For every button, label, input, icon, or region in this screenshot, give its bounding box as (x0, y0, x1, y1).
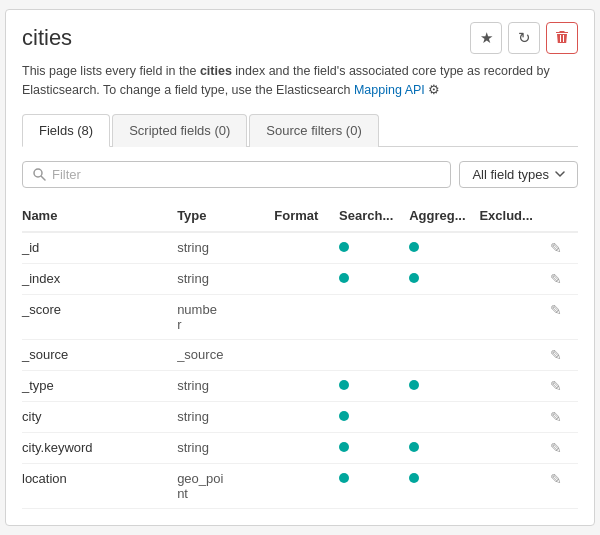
filter-input[interactable] (52, 167, 440, 182)
dropdown-label: All field types (472, 167, 549, 182)
col-header-type: Type (173, 202, 270, 232)
cell-searchable (335, 339, 405, 370)
cell-aggregatable (405, 294, 475, 339)
cell-format (270, 294, 335, 339)
cell-format (270, 339, 335, 370)
cell-searchable (335, 294, 405, 339)
table-row: city.keywordstring✎ (22, 432, 578, 463)
cell-aggregatable (405, 232, 475, 264)
cell-action[interactable]: ✎ (546, 370, 578, 401)
table-header-row: Name Type Format Search... Aggreg... Exc… (22, 202, 578, 232)
cell-aggregatable (405, 463, 475, 508)
aggregatable-dot (409, 442, 419, 452)
searchable-dot (339, 380, 349, 390)
cell-action[interactable]: ✎ (546, 263, 578, 294)
search-icon (33, 168, 46, 181)
cell-type: geo_point (173, 463, 270, 508)
refresh-icon: ↻ (518, 29, 531, 47)
chevron-down-icon (555, 169, 565, 179)
col-header-name: Name (22, 202, 173, 232)
edit-icon[interactable]: ✎ (550, 347, 562, 363)
cell-aggregatable (405, 339, 475, 370)
cell-aggregatable (405, 401, 475, 432)
cell-type: _source (173, 339, 270, 370)
cell-excluded (475, 432, 545, 463)
cell-name: city.keyword (22, 432, 173, 463)
aggregatable-dot (409, 242, 419, 252)
cell-name: _score (22, 294, 173, 339)
tabs-container: Fields (8) Scripted fields (0) Source fi… (22, 114, 578, 147)
edit-icon[interactable]: ✎ (550, 378, 562, 394)
col-header-search: Search... (335, 202, 405, 232)
cell-type: string (173, 401, 270, 432)
description: This page lists every field in the citie… (22, 62, 578, 100)
aggregatable-dot (409, 473, 419, 483)
table-row: locationgeo_point✎ (22, 463, 578, 508)
col-header-format: Format (270, 202, 335, 232)
searchable-dot (339, 242, 349, 252)
table-row: _typestring✎ (22, 370, 578, 401)
cell-aggregatable (405, 370, 475, 401)
searchable-dot (339, 442, 349, 452)
col-header-excl: Exclud... (475, 202, 545, 232)
mapping-api-link[interactable]: Mapping API (354, 83, 425, 97)
cell-excluded (475, 370, 545, 401)
edit-icon[interactable]: ✎ (550, 471, 562, 487)
cell-searchable (335, 232, 405, 264)
table-row: _idstring✎ (22, 232, 578, 264)
delete-button[interactable] (546, 22, 578, 54)
cell-excluded (475, 339, 545, 370)
cell-type: string (173, 263, 270, 294)
cell-format (270, 432, 335, 463)
cell-name: _source (22, 339, 173, 370)
filter-row: All field types (22, 161, 578, 188)
cell-action[interactable]: ✎ (546, 339, 578, 370)
col-header-action (546, 202, 578, 232)
header-actions: ★ ↻ (470, 22, 578, 54)
cell-type: string (173, 370, 270, 401)
cell-format (270, 463, 335, 508)
edit-icon[interactable]: ✎ (550, 302, 562, 318)
cell-excluded (475, 463, 545, 508)
fields-table: Name Type Format Search... Aggreg... Exc… (22, 202, 578, 509)
cell-name: _index (22, 263, 173, 294)
description-text-before: This page lists every field in the (22, 64, 200, 78)
edit-icon[interactable]: ✎ (550, 440, 562, 456)
cell-searchable (335, 401, 405, 432)
cell-action[interactable]: ✎ (546, 294, 578, 339)
cell-searchable (335, 432, 405, 463)
table-header: Name Type Format Search... Aggreg... Exc… (22, 202, 578, 232)
cell-excluded (475, 232, 545, 264)
table-row: _source_source✎ (22, 339, 578, 370)
col-header-agg: Aggreg... (405, 202, 475, 232)
index-name: cities (200, 64, 232, 78)
cell-type: string (173, 432, 270, 463)
cell-action[interactable]: ✎ (546, 401, 578, 432)
cell-action[interactable]: ✎ (546, 463, 578, 508)
field-types-dropdown[interactable]: All field types (459, 161, 578, 188)
star-icon: ★ (480, 29, 493, 47)
cell-action[interactable]: ✎ (546, 432, 578, 463)
cell-action[interactable]: ✎ (546, 232, 578, 264)
table-row: citystring✎ (22, 401, 578, 432)
table-row: _scorenumber✎ (22, 294, 578, 339)
main-container: cities ★ ↻ This page lists every field i… (5, 9, 595, 526)
page-title: cities (22, 25, 72, 51)
tab-fields[interactable]: Fields (8) (22, 114, 110, 147)
edit-icon[interactable]: ✎ (550, 240, 562, 256)
cell-searchable (335, 263, 405, 294)
edit-icon[interactable]: ✎ (550, 271, 562, 287)
searchable-dot (339, 273, 349, 283)
tab-scripted-fields[interactable]: Scripted fields (0) (112, 114, 247, 147)
cell-name: _type (22, 370, 173, 401)
cell-name: _id (22, 232, 173, 264)
star-button[interactable]: ★ (470, 22, 502, 54)
edit-icon[interactable]: ✎ (550, 409, 562, 425)
cell-searchable (335, 370, 405, 401)
tab-source-filters[interactable]: Source filters (0) (249, 114, 378, 147)
cell-searchable (335, 463, 405, 508)
table-body: _idstring✎_indexstring✎_scorenumber✎_sou… (22, 232, 578, 509)
refresh-button[interactable]: ↻ (508, 22, 540, 54)
searchable-dot (339, 473, 349, 483)
cell-format (270, 232, 335, 264)
